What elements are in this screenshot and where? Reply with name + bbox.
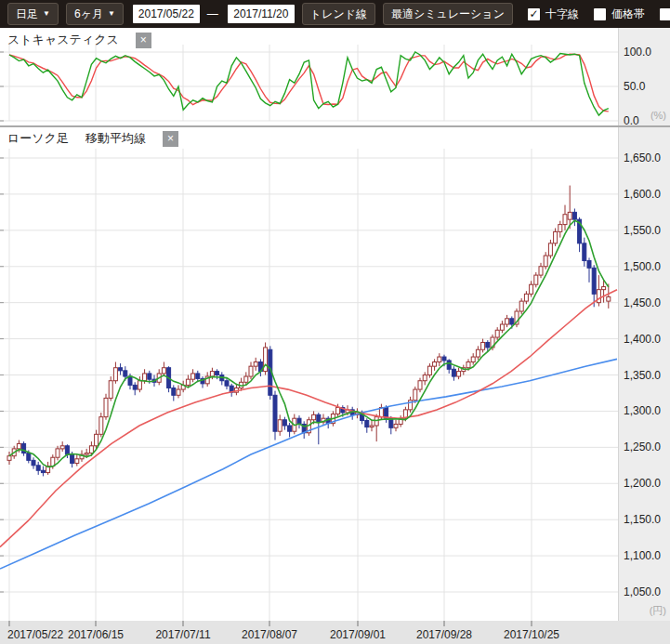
stochastics-pane-header: ストキャスティクス × bbox=[7, 32, 151, 48]
price-ytick-label: 1,250.0 bbox=[624, 440, 661, 453]
range-select[interactable]: 6ヶ月 ▼ bbox=[66, 3, 124, 25]
stoch-ytick-label: 50.0 bbox=[624, 80, 646, 93]
stochastics-title: ストキャスティクス bbox=[7, 32, 119, 48]
trendline-button[interactable]: トレンド線 bbox=[302, 3, 375, 25]
crosshair-checkbox-group: ✓ 十字線 bbox=[528, 7, 579, 22]
price-ytick-label: 1,550.0 bbox=[624, 224, 661, 237]
simulation-checkbox[interactable] bbox=[660, 8, 670, 20]
crosshair-checkbox[interactable]: ✓ bbox=[528, 8, 540, 20]
candlestick-pane-header: ローソク足 移動平均線 × bbox=[7, 130, 178, 147]
moving-average-title: 移動平均線 bbox=[85, 130, 146, 147]
pane-divider bbox=[0, 125, 670, 127]
candlestick-chart[interactable]: 2017/05/222017/06/152017/07/112017/08/07… bbox=[0, 125, 670, 644]
price-ytick-label: 1,600.0 bbox=[624, 188, 661, 201]
price-ytick-label: 1,200.0 bbox=[624, 477, 661, 490]
chevron-down-icon: ▼ bbox=[43, 5, 50, 23]
date-tick-label: 2017/10/25 bbox=[504, 628, 559, 641]
price-ytick-label: 1,500.0 bbox=[624, 260, 661, 273]
price-ytick-label: 1,300.0 bbox=[624, 404, 661, 417]
optimal-simulation-button[interactable]: 最適シミュレーション bbox=[383, 3, 513, 25]
interval-select-label: 日足 bbox=[16, 5, 38, 23]
price-ytick-label: 1,100.0 bbox=[624, 549, 661, 562]
stoch-ytick-label: 0.0 bbox=[624, 114, 639, 125]
candles-layer bbox=[7, 186, 611, 477]
price-ytick-label: 1,400.0 bbox=[624, 333, 661, 346]
price-band-checkbox-group: 価格帯 bbox=[594, 7, 645, 22]
date-tick-label: 2017/09/28 bbox=[416, 628, 472, 641]
price-ytick-label: 1,350.0 bbox=[624, 369, 661, 382]
date-from-input[interactable] bbox=[133, 5, 200, 23]
stoch-unit-label: (%) bbox=[650, 110, 666, 121]
toolbar: 日足 ▼ 6ヶ月 ▼ — トレンド線 最適シミュレーション ✓ 十字線 価格帯 … bbox=[0, 0, 670, 28]
price-ytick-label: 1,650.0 bbox=[624, 151, 661, 164]
simulation-checkbox-group: シミュレーション bbox=[660, 7, 670, 22]
range-select-label: 6ヶ月 bbox=[74, 5, 103, 23]
date-range-separator: — bbox=[207, 7, 218, 20]
price-band-checkbox-label: 価格帯 bbox=[611, 7, 645, 22]
date-tick-label: 2017/06/15 bbox=[68, 628, 124, 641]
date-tick-label: 2017/05/22 bbox=[7, 628, 63, 641]
crosshair-checkbox-label: 十字線 bbox=[545, 7, 579, 22]
candlestick-title: ローソク足 bbox=[7, 130, 69, 147]
date-tick-label: 2017/09/01 bbox=[330, 628, 386, 641]
price-ytick-label: 1,050.0 bbox=[624, 585, 661, 598]
price-band-checkbox[interactable] bbox=[594, 8, 606, 20]
moving-average-close-icon[interactable]: × bbox=[163, 131, 178, 147]
price-ytick-label: 1,450.0 bbox=[624, 296, 661, 309]
date-tick-label: 2017/08/07 bbox=[242, 628, 297, 641]
date-to-input[interactable] bbox=[228, 5, 295, 23]
ma-long-line bbox=[0, 359, 617, 569]
date-tick-label: 2017/07/11 bbox=[155, 628, 210, 641]
stochastics-close-icon[interactable]: × bbox=[136, 33, 151, 48]
price-ytick-label: 1,150.0 bbox=[624, 513, 661, 526]
interval-select[interactable]: 日足 ▼ bbox=[7, 3, 59, 25]
price-unit-label: (円) bbox=[650, 605, 666, 616]
chevron-down-icon: ▼ bbox=[108, 5, 115, 23]
stoch-ytick-label: 100.0 bbox=[624, 46, 651, 59]
